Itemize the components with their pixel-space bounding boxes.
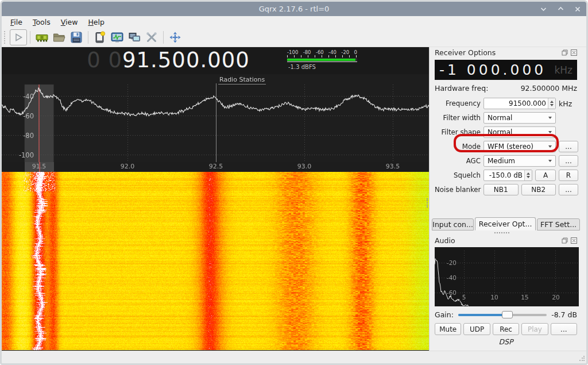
noise-blanker-row: Noise blanker NB1 NB2 ... [435,184,577,195]
close-icon[interactable] [574,5,582,13]
waterfall-display[interactable] [2,172,429,350]
agc-options-button[interactable]: ... [559,155,578,167]
menu-view[interactable]: View [56,17,83,28]
iq-scope-icon[interactable] [109,29,126,45]
meter-tick-label: -60 [316,49,324,55]
frequency-display-area[interactable]: 0 091.500.000 -100-80-60-40-200 -1.3 dBF… [2,47,429,74]
audio-x-label: 20 [549,294,563,301]
noise-blanker-label: Noise blanker [435,186,481,194]
audio-play-button[interactable]: Play [521,323,548,335]
chevron-down-icon [548,117,552,119]
spectrum-y-label: -80 [10,132,34,140]
filter-width-select[interactable]: Normal [483,112,556,124]
filter-width-label: Filter width [435,114,481,122]
dock-splitter-handle[interactable] [494,232,509,233]
open-folder-icon[interactable] [51,29,68,45]
spectrum-plot-wrap: -40 -60 -80 -100 Radio Stations [2,74,429,162]
lcd-unit: kHz [554,64,572,76]
menu-file[interactable]: File [5,17,28,28]
meter-tick-label: -100 [287,49,298,55]
menu-help[interactable]: Help [83,17,110,28]
meter-tick-label: -40 [328,49,336,55]
save-icon[interactable] [68,29,85,45]
offset-frequency-lcd[interactable]: -1 000.000 kHz [435,60,577,80]
spectrum-y-label: -60 [10,112,34,120]
close-panel-icon[interactable] [570,237,577,244]
maximize-icon[interactable] [556,5,564,13]
mode-options-button[interactable]: ... [559,141,578,152]
close-panel-icon[interactable] [570,49,577,56]
mode-label: Mode [435,143,481,151]
filter-shape-select[interactable]: Normal [483,126,556,138]
frequency-unit: kHz [559,99,578,108]
start-dsp-play-icon[interactable] [10,29,27,45]
frequency-axis[interactable]: 91.5 92.0 92.5 93.0 93.5 [2,162,429,172]
filter-shape-row: Filter shape Normal [435,126,577,138]
meter-tick-label: 0 [354,49,357,55]
freq-tick-label: 92.0 [115,163,140,170]
squelch-reset-button[interactable]: R [559,170,578,181]
audio-x-label: 10 [488,294,501,301]
dsp-footer-label: DSP [435,337,577,346]
toolbar [2,28,586,47]
signal-strength-meter: -100-80-60-40-200 -1.3 dBFS [287,49,357,70]
squelch-spinner[interactable] [524,170,532,180]
gain-value: -8.7 dB [551,310,577,319]
frequency-input[interactable]: 91500.000 [483,98,556,109]
menu-tools[interactable]: Tools [28,17,56,28]
tuned-frequency-display[interactable]: 0 091.500.000 [36,48,300,72]
gain-slider[interactable] [458,310,547,320]
fullscreen-icon[interactable] [167,29,184,45]
bookmarks-icon[interactable] [91,29,109,45]
toolbar-separator [30,31,30,44]
audio-options-button[interactable]: ... [551,323,577,335]
tab-receiver-options[interactable]: Receiver Opt... [475,217,536,230]
meter-tick-marks [287,55,357,57]
spectrum-plot[interactable] [2,74,429,162]
spectrum-y-label: -40 [10,93,34,101]
rec-button[interactable]: Rec [493,323,519,335]
right-panel: Receiver Options -1 000.000 kHz Hardware… [429,47,586,351]
udp-button[interactable]: UDP [463,323,490,335]
frequency-value: 91.500.000 [122,48,250,72]
audio-y-label: -20 [439,259,457,266]
float-panel-icon[interactable] [561,49,568,56]
dsp-chip-icon[interactable] [33,29,51,45]
toolbar-separator [163,31,164,44]
meter-value-label: -1.3 dBFS [287,64,357,70]
panel-splitter[interactable] [427,198,428,208]
hardware-freq-label: Hardware freq: [435,84,488,93]
remote-control-icon[interactable] [126,29,143,45]
freq-tick-label: 92.5 [203,163,229,170]
mute-button[interactable]: Mute [435,323,461,335]
float-panel-icon[interactable] [561,237,568,244]
tab-input-controls[interactable]: Input con... [432,218,474,230]
tools-icon[interactable] [143,29,160,45]
mode-select[interactable]: WFM (stereo) [483,141,556,152]
squelch-auto-button[interactable]: A [535,170,556,181]
nb1-button[interactable]: NB1 [483,184,519,195]
audio-y-label: -40 [439,274,457,281]
minimize-icon[interactable] [539,5,547,13]
squelch-input[interactable]: -150.0 dB [483,170,532,181]
bookmark-tag[interactable]: Radio Stations [218,76,266,84]
chevron-down-icon [548,131,552,133]
hardware-freq-value: 92.500000 MHz [521,84,577,93]
hardware-freq-row: Hardware freq: 92.500000 MHz [435,84,577,93]
resize-grip-icon[interactable] [579,356,585,362]
toolbar-drag-handle[interactable] [4,31,7,44]
agc-label: AGC [435,157,481,165]
filter-width-row: Filter width Normal [435,112,577,124]
freq-tick-label: 93.0 [292,163,317,170]
toolbar-separator [88,31,88,44]
titlebar[interactable]: Gqrx 2.17.6 - rtl=0 [2,2,586,16]
gain-slider-handle[interactable] [502,311,513,318]
tab-fft-settings[interactable]: FFT Sett... [537,218,580,230]
agc-select[interactable]: Medium [483,155,556,167]
nb2-button[interactable]: NB2 [521,184,556,195]
frequency-spinner[interactable] [548,98,555,109]
filter-shape-label: Filter shape [435,128,481,136]
gain-row: Gain: -8.7 dB [435,310,577,320]
meter-tick-label: -80 [303,49,311,55]
noise-blanker-options-button[interactable]: ... [559,184,578,195]
